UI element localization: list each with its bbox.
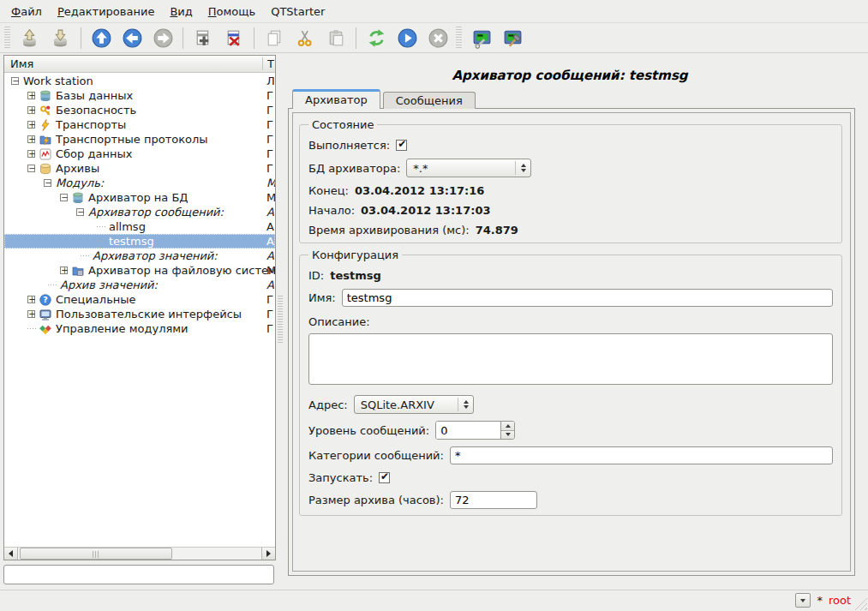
tree-item-transport-protocols[interactable]: Транспортные протоколы Г: [4, 132, 275, 147]
expander-icon[interactable]: [76, 208, 84, 216]
panel-splitter[interactable]: [277, 53, 284, 581]
forward-icon: [153, 27, 174, 49]
user-dropdown-button[interactable]: [795, 593, 811, 608]
expander-icon[interactable]: [27, 165, 35, 172]
tree-header[interactable]: Имя Т: [4, 56, 275, 73]
tree-horizontal-scrollbar[interactable]: [4, 547, 275, 560]
expander-icon[interactable]: [27, 296, 35, 303]
expander-icon[interactable]: [27, 150, 35, 158]
menu-qtstarter[interactable]: QTStarter: [263, 2, 332, 21]
branch-connector: [97, 226, 105, 227]
refresh-button[interactable]: [361, 25, 392, 51]
forward-button[interactable]: [147, 25, 178, 51]
copy-button[interactable]: [259, 25, 290, 51]
scroll-left-button[interactable]: [4, 548, 18, 560]
up-arrow-icon: [506, 424, 511, 428]
id-label: ID:: [308, 269, 324, 282]
expander-icon[interactable]: [11, 77, 19, 85]
save-to-db-button[interactable]: [45, 25, 76, 51]
tree-item-work-station[interactable]: Work station Л: [4, 74, 275, 88]
database-icon: [72, 192, 84, 204]
tree-item-db-archiver[interactable]: Архиватор на БД М: [4, 190, 275, 205]
running-label: Выполняется:: [308, 139, 390, 152]
tree-item-security[interactable]: Безопасность Г: [4, 103, 275, 117]
tree-item-message-archivers[interactable]: Архиватор сообщений: А: [4, 205, 275, 219]
stop-button[interactable]: [422, 25, 453, 51]
expander-icon[interactable]: [60, 267, 68, 274]
tree-item-special[interactable]: ? Специальные Г: [4, 292, 275, 307]
up-level-button[interactable]: [86, 25, 117, 51]
archive-size-input[interactable]: [450, 491, 537, 509]
toolbar-drag-handle[interactable]: [456, 27, 462, 49]
archive-size-label: Размер архива (часов):: [308, 494, 444, 506]
tree-item-archives[interactable]: Архивы Г: [4, 161, 275, 176]
combo-arrows-icon: [458, 398, 469, 411]
tree-item-data-acquisition[interactable]: Сбор данных Г: [4, 147, 275, 161]
back-button[interactable]: [117, 25, 147, 51]
start-checkbox[interactable]: [379, 472, 390, 483]
expander-icon[interactable]: [27, 310, 35, 318]
address-label: Адрес:: [308, 398, 348, 411]
tree-item-user-interfaces[interactable]: Пользовательские интерфейсы Г: [4, 307, 275, 321]
tab-archiver[interactable]: Архиватор: [292, 89, 380, 109]
expander-icon[interactable]: [27, 135, 35, 143]
message-level-input[interactable]: [436, 422, 500, 439]
current-user[interactable]: root: [829, 594, 851, 607]
description-textarea[interactable]: [308, 333, 833, 385]
spin-up-button[interactable]: [501, 422, 514, 430]
tree-item-allmsg[interactable]: allmsg А: [4, 219, 275, 234]
scrollbar-track[interactable]: [18, 548, 261, 560]
name-input[interactable]: [342, 289, 833, 307]
tree-item-value-archivers[interactable]: Архиватор значений: А: [4, 249, 275, 263]
menu-view[interactable]: Вид: [162, 2, 200, 21]
tree-item-module[interactable]: Модуль: М: [4, 176, 275, 190]
tree-item-fs-archiver[interactable]: Архиватор на файловую систему М: [4, 263, 275, 278]
menu-help[interactable]: Помощь: [201, 2, 263, 21]
tree-item-transports[interactable]: Транспорты Г: [4, 117, 275, 132]
tree-item-databases[interactable]: Базы данных Г: [4, 88, 275, 103]
add-item-button[interactable]: [188, 25, 218, 51]
qtstarter-config-button[interactable]: [466, 25, 497, 51]
page-title: Архиватор сообщений: testmsg: [284, 68, 856, 83]
address-combobox[interactable]: SQLite.ARXIV: [354, 395, 474, 414]
expander-icon[interactable]: [27, 106, 35, 114]
expander-icon[interactable]: [60, 194, 68, 201]
message-categories-input[interactable]: [450, 446, 833, 464]
qtstarter-tools-button[interactable]: [497, 25, 528, 51]
menu-file[interactable]: Файл: [3, 2, 50, 21]
message-level-spinbox[interactable]: [435, 421, 515, 440]
running-checkbox[interactable]: [396, 140, 407, 151]
archiver-db-combobox[interactable]: *.*: [406, 159, 531, 177]
toolbar-separator: [356, 27, 356, 49]
expander-icon[interactable]: [44, 179, 51, 187]
scrollbar-thumb[interactable]: [20, 548, 172, 560]
paste-button[interactable]: [320, 25, 351, 51]
modules-icon: [39, 323, 51, 335]
description-label: Описание:: [308, 315, 370, 328]
tree-search-input[interactable]: [3, 565, 274, 584]
column-separator[interactable]: [262, 57, 263, 70]
spin-buttons[interactable]: [500, 422, 514, 439]
modified-indicator: *: [817, 594, 823, 607]
tree-item-testmsg[interactable]: testmsg А: [4, 234, 275, 249]
scroll-right-button[interactable]: [261, 548, 275, 560]
delete-item-button[interactable]: [218, 25, 249, 51]
qtstarter-config-icon: [471, 27, 493, 49]
tree-item-value-archive[interactable]: Архив значений: А: [4, 278, 275, 292]
menu-edit[interactable]: Редактирование: [50, 2, 162, 21]
id-value: testmsg: [330, 269, 381, 282]
tree-item-module-management[interactable]: Управление модулями Г: [4, 321, 275, 336]
question-icon: ?: [39, 294, 51, 306]
expander-icon[interactable]: [27, 121, 35, 129]
tab-messages[interactable]: Сообщения: [383, 92, 476, 109]
expander-icon[interactable]: [27, 92, 35, 99]
resize-grip[interactable]: [854, 597, 867, 610]
load-from-db-button[interactable]: [15, 25, 45, 51]
start-button[interactable]: [392, 25, 422, 51]
cut-button[interactable]: [290, 25, 320, 51]
folder-lightning-icon: [39, 134, 51, 146]
toolbar-drag-handle[interactable]: [4, 27, 10, 49]
toolbar-separator: [183, 27, 183, 49]
spin-down-button[interactable]: [501, 430, 514, 440]
splitter-grip-icon: [278, 296, 283, 344]
